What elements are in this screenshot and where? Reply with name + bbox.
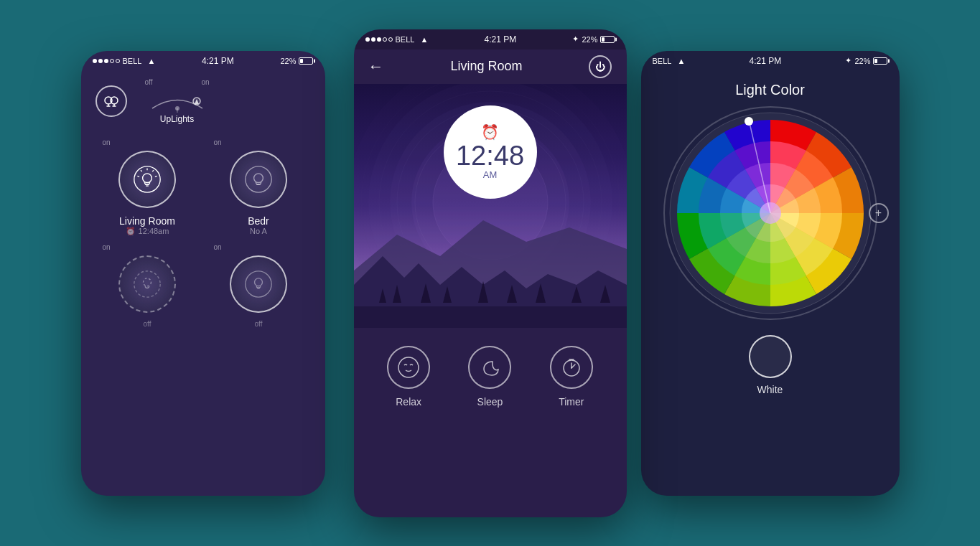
svg-point-14 bbox=[144, 278, 151, 286]
light-item-2: on bbox=[207, 138, 311, 208]
light-color-header: Light Color bbox=[641, 71, 900, 105]
wifi-icon-left: ▲ bbox=[147, 57, 155, 65]
room-label-left: Living Room bbox=[95, 215, 200, 227]
carrier-right: BELL bbox=[653, 57, 672, 65]
room-title: Living Room bbox=[450, 59, 522, 74]
svg-point-13 bbox=[134, 270, 160, 296]
light-item-4: on bbox=[207, 243, 311, 313]
svg-point-11 bbox=[254, 173, 263, 182]
status-right-c: ✦ 22% bbox=[572, 34, 615, 44]
color-wheel-container[interactable]: + bbox=[663, 105, 878, 321]
time-left: 4:21 PM bbox=[202, 56, 234, 66]
bt-icon-r: ✦ bbox=[845, 56, 851, 65]
top-row: off on UpLights bbox=[95, 78, 311, 124]
c-dot3 bbox=[377, 37, 381, 42]
back-button[interactable]: ← bbox=[368, 57, 384, 76]
battery-pct-c: 22% bbox=[582, 35, 597, 44]
battery-fill-left bbox=[300, 59, 303, 63]
battery-icon-left bbox=[299, 57, 313, 65]
time-center: 4:21 PM bbox=[485, 34, 517, 44]
svg-point-10 bbox=[246, 166, 271, 192]
svg-point-16 bbox=[255, 278, 263, 286]
control-relax[interactable]: Relax bbox=[387, 346, 430, 408]
battery-fill-c bbox=[602, 37, 605, 42]
alarm-row-left: ⏰ 12:48am bbox=[95, 227, 200, 236]
plus-button[interactable]: + bbox=[869, 203, 889, 223]
battery-icon-c bbox=[600, 36, 615, 43]
c-dot5 bbox=[388, 37, 393, 42]
svg-point-15 bbox=[246, 270, 271, 296]
control-timer[interactable]: Timer bbox=[550, 346, 593, 408]
light-circle-3[interactable] bbox=[118, 255, 176, 313]
status-bar-right: BELL ▲ 4:21 PM ✦ 22% bbox=[641, 51, 900, 71]
status-bar-left: BELL ▲ 4:21 PM 22% bbox=[81, 51, 325, 71]
alarm-time-left: 12:48am bbox=[139, 227, 169, 235]
moon-circle: ⏰ 12:48 AM bbox=[444, 105, 537, 199]
dot4 bbox=[110, 59, 114, 63]
carrier-center: BELL bbox=[396, 35, 415, 44]
wifi-icon-right: ▲ bbox=[677, 57, 685, 65]
time-display-center: 12:48 bbox=[456, 142, 524, 169]
uplights-control: off on UpLights bbox=[145, 78, 210, 124]
dot3 bbox=[104, 59, 108, 63]
signal-dots-c bbox=[365, 37, 393, 42]
white-label: White bbox=[757, 384, 783, 395]
timer-circle[interactable] bbox=[550, 346, 593, 389]
bulbs-icon[interactable] bbox=[95, 85, 127, 117]
bottom-controls: Relax Sleep bbox=[354, 328, 627, 422]
alarm-icon-center: ⏰ bbox=[481, 123, 499, 141]
power-button[interactable]: ⏻ bbox=[589, 55, 612, 78]
phones-wrapper: BELL ▲ 4:21 PM 22% bbox=[60, 15, 921, 532]
off-label-4: off bbox=[207, 320, 311, 328]
signal-dots bbox=[93, 59, 120, 63]
toggle-arc-svg[interactable] bbox=[145, 88, 210, 114]
phone-center: BELL ▲ 4:21 PM ✦ 22% ← Living Room ⏻ bbox=[354, 29, 627, 517]
relax-label: Relax bbox=[396, 396, 421, 408]
c-dot1 bbox=[365, 37, 370, 42]
night-scene: ⏰ 12:48 AM bbox=[354, 84, 627, 328]
color-wheel-svg bbox=[663, 105, 878, 321]
battery-icon-r bbox=[873, 57, 887, 65]
uplights-label: UpLights bbox=[160, 114, 194, 124]
status-left-r: BELL ▲ bbox=[653, 57, 686, 65]
left-phone-content: off on UpLights bbox=[81, 71, 325, 335]
room-label-right: Bedr bbox=[207, 215, 311, 227]
white-circle[interactable] bbox=[749, 335, 792, 378]
battery-fill-r bbox=[874, 59, 877, 63]
relax-circle[interactable] bbox=[387, 346, 430, 389]
status-right-left: 22% bbox=[280, 57, 313, 65]
light-status-1: on bbox=[103, 138, 111, 146]
light-status-2: on bbox=[214, 138, 222, 146]
sleep-circle[interactable] bbox=[468, 346, 511, 389]
control-sleep[interactable]: Sleep bbox=[468, 346, 511, 408]
status-right-r: ✦ 22% bbox=[845, 56, 887, 65]
on-label: on bbox=[201, 78, 209, 86]
light-status-4: on bbox=[214, 243, 222, 251]
time-right: 4:21 PM bbox=[750, 56, 782, 66]
room-name-left: Living Room ⏰ 12:48am bbox=[95, 215, 200, 236]
white-option[interactable]: White bbox=[641, 335, 900, 395]
am-label: AM bbox=[483, 169, 498, 180]
c-dot4 bbox=[383, 37, 387, 42]
dot2 bbox=[98, 59, 103, 63]
color-wheel-wrapper: + bbox=[641, 105, 900, 321]
dot1 bbox=[93, 59, 97, 63]
light-color-title: Light Color bbox=[735, 75, 805, 108]
light-item-1: on bbox=[95, 138, 200, 208]
light-circle-1[interactable] bbox=[118, 151, 176, 208]
light-status-3: on bbox=[103, 243, 111, 251]
alarm-icon-left: ⏰ bbox=[126, 227, 136, 236]
wifi-icon-center: ▲ bbox=[420, 35, 428, 44]
svg-point-7 bbox=[143, 173, 152, 182]
timer-label: Timer bbox=[559, 396, 584, 408]
light-item-3: on bbox=[95, 243, 200, 313]
phone-left: BELL ▲ 4:21 PM 22% bbox=[81, 51, 325, 496]
svg-point-40 bbox=[398, 357, 419, 377]
light-circle-2[interactable] bbox=[230, 151, 287, 208]
lights-grid: on bbox=[95, 138, 311, 328]
phone-right: BELL ▲ 4:21 PM ✦ 22% Light Color bbox=[641, 51, 900, 496]
off-label: off bbox=[145, 78, 153, 86]
status-left: BELL ▲ bbox=[93, 57, 156, 65]
light-circle-4[interactable] bbox=[230, 255, 287, 313]
c-dot2 bbox=[371, 37, 375, 42]
